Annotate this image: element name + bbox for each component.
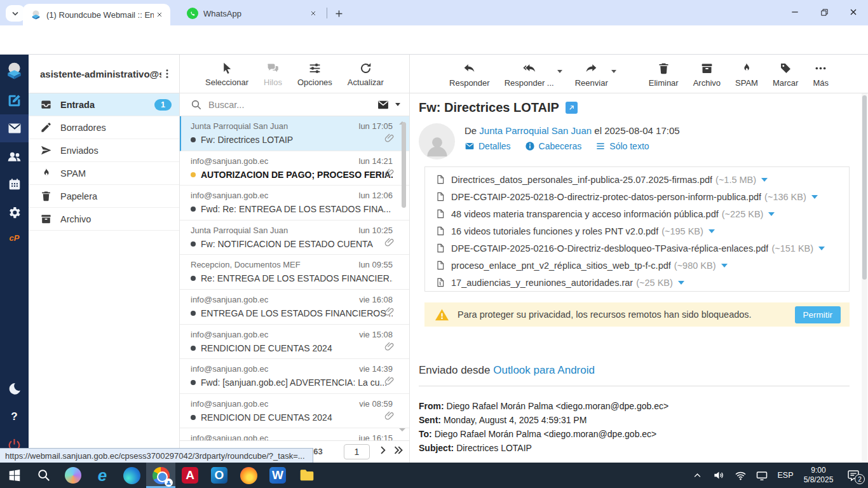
sidebar-item-drafts[interactable]: Borradores <box>29 116 179 139</box>
email-list-item[interactable]: info@sanjuan.gob.ecvie 14:39 Fwd: [sanju… <box>180 359 409 394</box>
new-tab-button[interactable] <box>331 6 346 21</box>
attachment-name[interactable]: DPE-CGTAIP-2025-0218-O-directriz-protec-… <box>451 192 761 202</box>
hidden-icons-chevron[interactable] <box>686 463 708 488</box>
plaintext-link[interactable]: Sólo texto <box>595 141 649 151</box>
copilot-icon[interactable] <box>58 463 88 488</box>
message-scrollbar[interactable] <box>862 93 867 463</box>
attachment-menu-caret-icon[interactable] <box>768 212 775 219</box>
sidebar-item-trash[interactable]: Papelera <box>29 185 179 208</box>
allow-remote-button[interactable]: Permitir <box>795 306 841 323</box>
attachment-row[interactable]: DPE-CGTAIP-2025-0218-O-directriz-protec-… <box>435 188 849 205</box>
list-scrollbar-thumb[interactable] <box>402 122 406 208</box>
tab-search-button[interactable] <box>6 5 25 22</box>
edge-icon[interactable] <box>117 463 146 488</box>
read-status-dot[interactable] <box>191 311 196 316</box>
headers-link[interactable]: Cabeceras <box>525 141 582 151</box>
attachment-menu-caret-icon[interactable] <box>721 264 728 271</box>
archive-button[interactable]: Archivo <box>693 62 721 88</box>
action-center-button[interactable]: 2 <box>839 463 868 488</box>
attachment-name[interactable]: 48 videos materia transparencia y acceso… <box>451 209 719 219</box>
close-button[interactable] <box>839 0 868 24</box>
mark-button[interactable]: Marcar <box>773 62 798 88</box>
taskbar-clock[interactable]: 9:00 5/8/2025 <box>798 466 839 485</box>
spam-button[interactable]: SPAM <box>735 62 758 88</box>
email-list-item[interactable]: info@sanjuan.gob.ecvie 15:08 RENDICION D… <box>180 325 409 360</box>
attachment-row[interactable]: DPE-CGTAIP-2025-0216-O-Directriz-desbloq… <box>435 240 849 257</box>
tab-roundcube[interactable]: (1) Roundcube Webmail :: Entra <box>23 4 170 25</box>
attachment-menu-caret-icon[interactable] <box>709 229 715 236</box>
search-scope-envelope-icon[interactable] <box>377 98 390 111</box>
email-list-item[interactable]: info@sanjuan.gob.ecvie 16:08 ENTREGA DE … <box>180 290 409 325</box>
email-list-item[interactable]: info@sanjuan.gob.eclun 14:21 AUTORIZACIO… <box>180 151 409 186</box>
cpanel-button[interactable]: cP <box>0 226 29 249</box>
attachment-row[interactable]: 16 videos tutoriales funciones y roles P… <box>435 222 849 240</box>
read-status-dot[interactable] <box>191 241 196 247</box>
sidebar-item-inbox[interactable]: Entrada 1 <box>29 93 179 116</box>
help-button[interactable]: ? <box>0 403 29 431</box>
reply-all-button[interactable]: Responder ... <box>505 62 554 88</box>
email-list-item[interactable]: Recepcion, Documentos MEFlun 09:55 Re: E… <box>180 255 409 290</box>
taskbar-search-button[interactable] <box>29 463 58 488</box>
account-menu-icon[interactable] <box>161 68 173 79</box>
attachment-name[interactable]: proceso_enlace_pnt_v2_réplica_sitios_web… <box>451 261 671 271</box>
firefox-icon[interactable] <box>234 463 263 488</box>
read-status-dot[interactable] <box>191 207 196 212</box>
reply-button[interactable]: Responder <box>449 62 490 88</box>
read-status-dot[interactable] <box>191 172 196 177</box>
outlook-link[interactable]: Outlook para Android <box>493 364 595 376</box>
search-options-caret-icon[interactable] <box>395 103 400 109</box>
minimize-button[interactable] <box>780 0 810 24</box>
connect-display-icon[interactable] <box>751 463 773 488</box>
open-in-new-window-icon[interactable] <box>566 102 578 114</box>
file-explorer-icon[interactable] <box>292 463 322 488</box>
chrome-icon-active[interactable] <box>146 463 175 488</box>
forward-caret-icon[interactable] <box>611 70 616 76</box>
attachment-menu-caret-icon[interactable] <box>811 195 818 202</box>
attachment-name[interactable]: 16 videos tutoriales funciones y roles P… <box>451 226 658 236</box>
reply-all-caret-icon[interactable] <box>557 70 562 76</box>
dark-mode-button[interactable] <box>0 375 29 403</box>
search-input[interactable] <box>208 100 377 110</box>
attachment-menu-caret-icon[interactable] <box>761 178 768 185</box>
attachment-name[interactable]: Directrices_datos_personales_inf-publica… <box>451 175 712 185</box>
refresh-button[interactable]: Actualizar <box>348 62 384 87</box>
attachment-menu-caret-icon[interactable] <box>818 247 825 254</box>
internet-explorer-icon[interactable]: e <box>88 463 117 488</box>
read-status-dot[interactable] <box>191 346 196 351</box>
scroll-down-icon[interactable] <box>399 428 405 435</box>
sender-link[interactable]: Junta Parroquial San Juan <box>479 125 592 136</box>
page-number-input[interactable]: 1 <box>344 444 370 459</box>
start-button[interactable] <box>0 463 29 488</box>
tab-close-icon[interactable] <box>154 9 165 20</box>
email-list-item[interactable]: Junta Parroquial San Juanlun 17:05 Fw: D… <box>180 116 409 151</box>
rail-settings-button[interactable] <box>0 198 29 226</box>
last-page-icon[interactable] <box>393 445 403 456</box>
read-status-dot[interactable] <box>191 380 196 385</box>
attachment-row[interactable]: Directrices_datos_personales_inf-publica… <box>435 171 849 188</box>
read-status-dot[interactable] <box>191 415 196 420</box>
attachment-row[interactable]: 48 videos materia transparencia y acceso… <box>435 205 849 222</box>
attachment-name[interactable]: DPE-CGTAIP-2025-0216-O-Directriz-desbloq… <box>451 243 768 254</box>
attachment-row[interactable]: proceso_enlace_pnt_v2_réplica_sitios_web… <box>435 257 849 274</box>
rail-calendar-button[interactable] <box>0 170 29 198</box>
rail-contacts-button[interactable] <box>0 142 29 170</box>
tab-close-icon[interactable] <box>308 8 319 19</box>
word-icon[interactable]: W <box>263 463 292 488</box>
select-button[interactable]: Seleccionar <box>205 62 248 87</box>
outlook-icon[interactable]: O <box>205 463 234 488</box>
email-list-item[interactable]: Junta Parroquial San Juanlun 10:25 Fw: N… <box>180 220 409 255</box>
sidebar-item-archive[interactable]: Archivo <box>29 208 179 231</box>
volume-icon[interactable] <box>708 463 729 488</box>
attachment-row[interactable]: 17_audiencias_y_reuniones_autoridades.ra… <box>435 274 849 291</box>
message-scrollbar-thumb[interactable] <box>862 95 867 280</box>
forward-button[interactable]: Reenviar <box>575 62 608 88</box>
sidebar-item-spam[interactable]: SPAM <box>29 162 179 185</box>
read-status-dot[interactable] <box>191 276 196 281</box>
more-button[interactable]: Más <box>813 62 829 88</box>
tab-whatsapp[interactable]: WhatsApp <box>179 4 324 23</box>
next-page-icon[interactable] <box>377 445 388 456</box>
acrobat-icon[interactable]: A <box>175 463 205 488</box>
email-list-item[interactable]: info@sanjuan.gob.eclun 12:06 Fwd: Re: EN… <box>180 186 409 220</box>
rail-mail-button[interactable] <box>0 114 29 142</box>
maximize-button[interactable] <box>810 0 839 24</box>
